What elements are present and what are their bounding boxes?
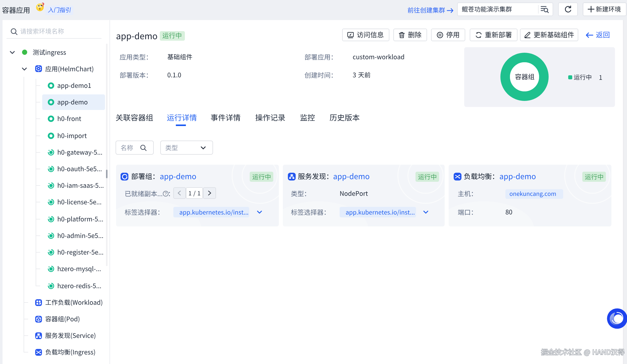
svg-text:?: ? [165, 191, 167, 196]
